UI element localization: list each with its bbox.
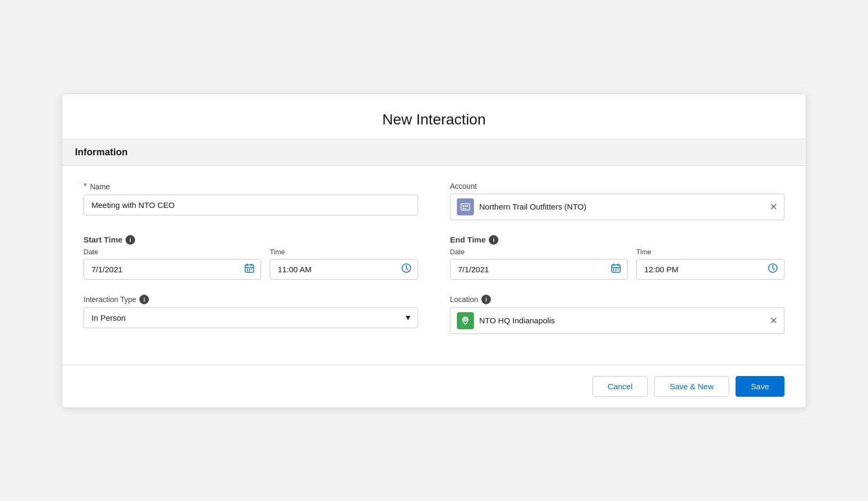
account-name: Northern Trail Outfitters (NTO) — [479, 202, 764, 211]
save-button[interactable]: Save — [736, 376, 784, 397]
interaction-type-select[interactable]: In Person Phone Email Virtual — [84, 307, 418, 328]
start-date-input[interactable] — [84, 259, 261, 280]
section-header: Information — [62, 139, 806, 166]
location-icon — [457, 312, 474, 329]
required-indicator: * — [84, 182, 87, 191]
cancel-button[interactable]: Cancel — [592, 376, 648, 397]
new-interaction-modal: New Interaction Information * Name Accou… — [62, 94, 806, 408]
location-name: NTO HQ Indianapolis — [479, 316, 764, 325]
end-time-info-icon: i — [489, 235, 498, 245]
end-time-sub-label: Time — [636, 248, 784, 256]
svg-point-31 — [465, 319, 466, 320]
svg-rect-1 — [463, 205, 464, 207]
end-time-inputs: Date — [450, 248, 784, 280]
start-time-col: Start Time i Date — [84, 235, 418, 280]
start-time-label: Start Time i — [84, 235, 418, 245]
name-label: * Name — [84, 182, 418, 191]
start-date-label: Date — [84, 248, 261, 256]
interaction-type-info-icon: i — [139, 295, 149, 304]
interaction-type-label: Interaction Type i — [84, 295, 418, 304]
svg-rect-2 — [463, 208, 464, 209]
start-time-info-icon: i — [126, 235, 135, 245]
end-time-input[interactable] — [636, 259, 784, 280]
section-title: Information — [75, 147, 128, 157]
start-time-field: Time — [270, 248, 418, 280]
save-new-button[interactable]: Save & New — [654, 376, 729, 397]
modal-header: New Interaction — [62, 94, 806, 139]
modal-title: New Interaction — [84, 111, 784, 128]
end-date-input-wrap — [450, 259, 628, 280]
account-field-col: Account Northern Trail Outfitters — [450, 182, 784, 220]
location-label: Location i — [450, 295, 784, 304]
end-date-input[interactable] — [450, 259, 628, 280]
end-time-label: End Time i — [450, 235, 784, 245]
end-time-input-wrap — [636, 259, 784, 280]
account-clear-icon[interactable]: ✕ — [770, 201, 778, 213]
modal-footer: Cancel Save & New Save — [62, 365, 806, 407]
location-col: Location i NTO HQ Indianapolis ✕ — [450, 295, 784, 334]
interaction-type-col: Interaction Type i In Person Phone Email… — [84, 295, 418, 334]
interaction-type-select-wrap: In Person Phone Email Virtual ▼ — [84, 307, 418, 328]
location-clear-icon[interactable]: ✕ — [770, 315, 778, 327]
svg-rect-3 — [465, 205, 466, 207]
account-label: Account — [450, 182, 784, 190]
end-time-field: Time — [636, 248, 784, 280]
end-date-field: Date — [450, 248, 628, 280]
start-time-inputs: Date — [84, 248, 418, 280]
svg-rect-4 — [465, 208, 466, 209]
name-field-col: * Name — [84, 182, 418, 220]
start-time-input-wrap — [270, 259, 418, 280]
location-info-icon: i — [481, 295, 491, 304]
row-start-end-time: Start Time i Date — [84, 235, 784, 280]
row-name-account: * Name Account — [84, 182, 784, 220]
form-body: * Name Account — [62, 166, 806, 365]
start-time-input[interactable] — [270, 259, 418, 280]
name-input[interactable] — [84, 195, 418, 215]
end-date-label: Date — [450, 248, 628, 256]
end-time-col: End Time i Date — [450, 235, 784, 280]
account-field: Northern Trail Outfitters (NTO) ✕ — [450, 194, 784, 220]
location-field: NTO HQ Indianapolis ✕ — [450, 307, 784, 334]
start-time-sub-label: Time — [270, 248, 418, 256]
start-date-input-wrap — [84, 259, 261, 280]
row-type-location: Interaction Type i In Person Phone Email… — [84, 295, 784, 334]
svg-rect-5 — [467, 205, 468, 207]
account-icon — [457, 198, 474, 215]
start-date-field: Date — [84, 248, 261, 280]
